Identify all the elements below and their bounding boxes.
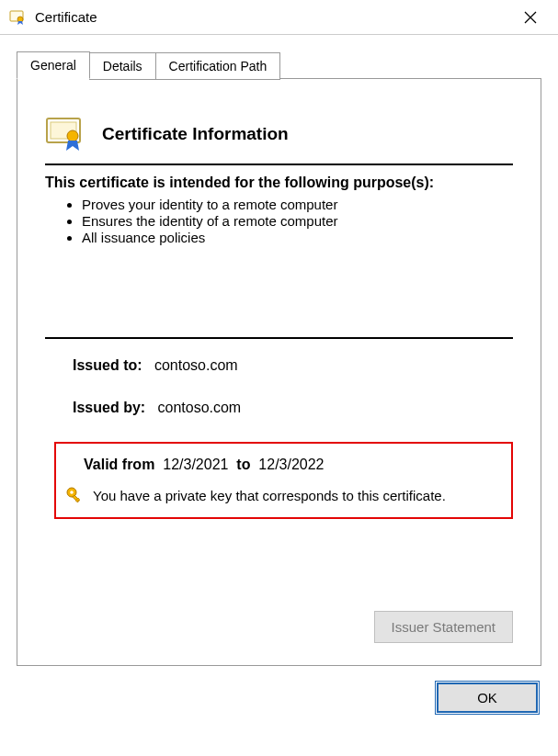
titlebar: Certificate [0, 0, 558, 35]
tab-general[interactable]: General [17, 51, 90, 79]
private-key-line: You have a private key that corresponds … [65, 486, 502, 504]
window-title: Certificate [35, 9, 512, 25]
private-key-text: You have a private key that corresponds … [93, 488, 446, 503]
validity-highlight-box: Valid from 12/3/2021 to 12/3/2022 You ha… [54, 442, 513, 519]
dialog-buttons: OK [0, 666, 558, 713]
certificate-icon [9, 9, 26, 26]
issued-to-row: Issued to: contoso.com [73, 357, 513, 374]
close-button[interactable] [512, 4, 549, 31]
valid-to-label: to [236, 457, 250, 472]
tab-certification-path[interactable]: Certification Path [155, 52, 281, 80]
tab-panel-general: Certificate Information This certificate… [17, 78, 541, 666]
divider-top [45, 164, 513, 165]
purpose-item: Ensures the identity of a remote compute… [82, 213, 513, 229]
close-icon [524, 11, 537, 24]
certificate-fields: Issued to: contoso.com Issued by: contos… [73, 357, 513, 416]
key-icon [65, 486, 84, 504]
divider-mid [45, 337, 513, 339]
issued-by-value: contoso.com [157, 400, 241, 415]
purpose-list: Proves your identity to a remote compute… [82, 197, 513, 245]
tabs-area: General Details Certification Path Certi… [0, 35, 558, 666]
certificate-large-icon [45, 116, 89, 152]
svg-point-8 [70, 491, 74, 494]
valid-to-value: 12/3/2022 [258, 457, 324, 472]
tab-details[interactable]: Details [89, 52, 156, 80]
purpose-item: Proves your identity to a remote compute… [82, 197, 513, 212]
certificate-info-header: Certificate Information [45, 116, 513, 152]
ok-button[interactable]: OK [437, 683, 538, 713]
svg-point-6 [67, 130, 78, 141]
purpose-heading: This certificate is intended for the fol… [45, 175, 513, 191]
certificate-info-heading: Certificate Information [102, 124, 289, 144]
purpose-item: All issuance policies [82, 230, 513, 245]
valid-from-label: Valid from [84, 457, 154, 472]
issued-to-value: contoso.com [154, 357, 238, 373]
valid-from-value: 12/3/2021 [163, 457, 228, 472]
issued-by-label: Issued by: [73, 400, 145, 415]
validity-line: Valid from 12/3/2021 to 12/3/2022 [84, 457, 502, 473]
issued-to-label: Issued to: [73, 357, 142, 373]
issuer-statement-button: Issuer Statement [374, 611, 513, 643]
tabs: General Details Certification Path [17, 51, 541, 79]
issued-by-row: Issued by: contoso.com [73, 400, 513, 416]
